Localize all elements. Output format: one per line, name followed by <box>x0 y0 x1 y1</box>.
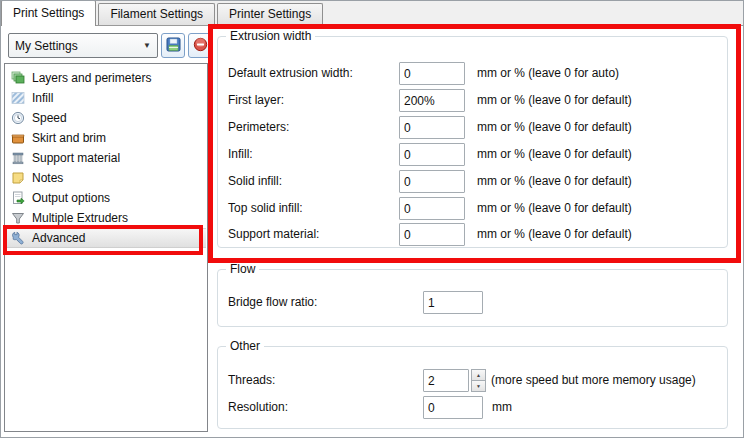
sidebar-item-label: Skirt and brim <box>32 131 106 145</box>
top-solid-infill-width-input[interactable] <box>399 197 465 220</box>
field-suffix: mm <box>492 400 512 414</box>
setting-row-solid-infill: Solid infill: mm or % (leave 0 for defau… <box>218 170 727 193</box>
infill-width-input[interactable] <box>399 143 465 166</box>
setting-row-support-material: Support material: mm or % (leave 0 for d… <box>218 223 727 246</box>
sidebar-item-label: Layers and perimeters <box>32 71 151 85</box>
field-label: Resolution: <box>228 400 288 414</box>
field-suffix: mm or % (leave 0 for auto) <box>477 66 619 80</box>
field-label: First layer: <box>228 93 284 107</box>
settings-category-list: Layers and perimeters Infill <box>4 63 208 432</box>
field-label: Infill: <box>228 147 253 161</box>
setting-row-resolution: Resolution: mm <box>218 396 727 419</box>
field-label: Top solid infill: <box>228 201 303 215</box>
threads-spinner[interactable]: ▲ ▼ <box>471 369 486 392</box>
floppy-disk-icon <box>166 37 181 55</box>
sidebar-item-multiple-extruders[interactable]: Multiple Extruders <box>6 208 206 228</box>
resolution-input[interactable] <box>423 396 483 419</box>
minus-circle-icon <box>193 37 208 55</box>
box-icon <box>10 130 26 146</box>
building-icon <box>10 150 26 166</box>
setting-row-infill: Infill: mm or % (leave 0 for default) <box>218 143 727 166</box>
sidebar-item-support-material[interactable]: Support material <box>6 148 206 168</box>
chevron-down-icon: ▼ <box>143 41 151 50</box>
extrusion-width-group: Extrusion width Default extrusion width:… <box>217 36 728 248</box>
field-label: Default extrusion width: <box>228 66 353 80</box>
other-group: Other Threads: ▲ ▼ (more speed but more … <box>217 346 728 429</box>
field-label: Bridge flow ratio: <box>228 295 317 309</box>
group-title: Flow <box>226 262 259 276</box>
sidebar-item-label: Multiple Extruders <box>32 211 128 225</box>
clock-icon <box>10 110 26 126</box>
save-preset-button[interactable] <box>161 33 185 58</box>
preset-select-value: My Settings <box>15 39 139 53</box>
bridge-flow-ratio-input[interactable] <box>423 291 483 314</box>
setting-row-default-extrusion-width: Default extrusion width: mm or % (leave … <box>218 62 727 85</box>
setting-row-bridge-flow-ratio: Bridge flow ratio: <box>218 291 727 314</box>
tab-printer-settings[interactable]: Printer Settings <box>217 3 323 25</box>
page-arrow-icon <box>10 190 26 206</box>
field-suffix: mm or % (leave 0 for default) <box>477 227 632 241</box>
default-extrusion-width-input[interactable] <box>399 62 465 85</box>
sidebar-item-label: Notes <box>32 171 63 185</box>
setting-row-perimeters: Perimeters: mm or % (leave 0 for default… <box>218 116 727 139</box>
sidebar-item-speed[interactable]: Speed <box>6 108 206 128</box>
sidebar-item-infill[interactable]: Infill <box>6 88 206 108</box>
group-title: Other <box>226 339 264 353</box>
settings-tabstrip: Print Settings Filament Settings Printer… <box>1 1 743 26</box>
field-suffix: mm or % (leave 0 for default) <box>477 120 632 134</box>
infill-icon <box>10 90 26 106</box>
setting-row-first-layer: First layer: mm or % (leave 0 for defaul… <box>218 89 727 112</box>
sidebar-item-label: Output options <box>32 191 110 205</box>
preset-toolbar: My Settings ▼ <box>8 33 212 58</box>
spinner-up-icon[interactable]: ▲ <box>471 369 486 381</box>
sidebar-item-label: Advanced <box>32 231 85 245</box>
field-suffix: mm or % (leave 0 for default) <box>477 147 632 161</box>
sidebar-item-layers-and-perimeters[interactable]: Layers and perimeters <box>6 68 206 88</box>
preset-select[interactable]: My Settings ▼ <box>8 33 158 58</box>
field-suffix: (more speed but more memory usage) <box>491 373 696 387</box>
tab-filament-settings[interactable]: Filament Settings <box>98 3 215 25</box>
field-suffix: mm or % (leave 0 for default) <box>477 93 632 107</box>
group-title: Extrusion width <box>226 29 315 43</box>
sidebar-item-output-options[interactable]: Output options <box>6 188 206 208</box>
sidebar-item-skirt-and-brim[interactable]: Skirt and brim <box>6 128 206 148</box>
layers-icon <box>10 70 26 86</box>
field-label: Perimeters: <box>228 120 289 134</box>
wrench-icon <box>10 230 26 246</box>
tab-print-settings[interactable]: Print Settings <box>1 0 96 26</box>
spinner-down-icon[interactable]: ▼ <box>471 381 486 392</box>
sidebar-item-advanced[interactable]: Advanced <box>6 228 206 248</box>
perimeters-width-input[interactable] <box>399 116 465 139</box>
field-label: Solid infill: <box>228 174 282 188</box>
field-suffix: mm or % (leave 0 for default) <box>477 174 632 188</box>
sidebar-item-label: Infill <box>32 91 53 105</box>
flow-group: Flow Bridge flow ratio: <box>217 269 728 327</box>
sidebar-item-label: Speed <box>32 111 67 125</box>
note-icon <box>10 170 26 186</box>
threads-input[interactable] <box>423 369 469 392</box>
funnel-icon <box>10 210 26 226</box>
first-layer-width-input[interactable] <box>399 89 465 112</box>
slic3r-window: Print Settings Filament Settings Printer… <box>0 0 744 438</box>
delete-preset-button[interactable] <box>188 33 212 58</box>
setting-row-top-solid-infill: Top solid infill: mm or % (leave 0 for d… <box>218 197 727 220</box>
support-material-width-input[interactable] <box>399 223 465 246</box>
field-label: Support material: <box>228 227 319 241</box>
sidebar-item-notes[interactable]: Notes <box>6 168 206 188</box>
solid-infill-width-input[interactable] <box>399 170 465 193</box>
field-label: Threads: <box>228 373 275 387</box>
field-suffix: mm or % (leave 0 for default) <box>477 201 632 215</box>
sidebar-item-label: Support material <box>32 151 120 165</box>
setting-row-threads: Threads: ▲ ▼ (more speed but more memory… <box>218 369 727 392</box>
